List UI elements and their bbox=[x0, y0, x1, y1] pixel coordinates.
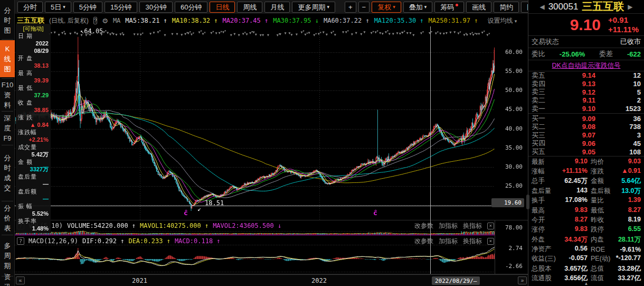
ex-rights-marker[interactable]: ĉ bbox=[373, 209, 377, 217]
stat-value: 9.83 bbox=[575, 206, 588, 215]
stat-row: 换手17.08%量比1.39 bbox=[532, 196, 641, 205]
stat-label: 涨幅 bbox=[532, 167, 545, 176]
chevron-down-icon: ▾ bbox=[327, 2, 329, 12]
panel-resize-handle[interactable] bbox=[526, 195, 529, 209]
pane-action-换指标[interactable]: 换指标 bbox=[463, 237, 482, 246]
trade-status-row: 交易状态 已收市 bbox=[528, 35, 644, 48]
zoom-in-button[interactable]: + bbox=[345, 2, 356, 13]
info-label: 振 幅 bbox=[18, 202, 49, 210]
period-label: 15分钟 bbox=[110, 2, 131, 12]
stat-value: 0.56 bbox=[575, 245, 588, 254]
tab-timeshare[interactable]: 分 时 图 bbox=[0, 2, 15, 38]
tab-depth-f9[interactable]: 深 度 F9 bbox=[0, 112, 15, 144]
dk-signal-link[interactable]: DK点自动提示涨跌信号 bbox=[528, 60, 644, 71]
chevron-down-icon: ▾ bbox=[63, 2, 65, 12]
vol-indicator-value: MAVOL1:40275.000 ↑ bbox=[140, 222, 209, 229]
zoom-out-button[interactable]: − bbox=[358, 2, 370, 13]
period-button-15分钟[interactable]: 15分钟 bbox=[105, 2, 137, 13]
ohlc-info-panel[interactable]: [可拖动]日 期2022 08/29开 盘38.13最 高39.39最 低37.… bbox=[16, 24, 51, 233]
max-price-annotation: ↖64.05 bbox=[80, 27, 103, 35]
weibi-value: -25.06% bbox=[560, 50, 585, 58]
pane-action-改参数[interactable]: 改参数 bbox=[414, 222, 433, 230]
tab-price-table[interactable]: 分 价 表 bbox=[0, 202, 15, 234]
sidebar-divider bbox=[2, 276, 13, 276]
price-axis-label: 40.00 bbox=[491, 125, 523, 132]
vol-indicator-value: VOLUME:54220.000 ↑ bbox=[67, 222, 136, 229]
stat-label: 量比 bbox=[591, 196, 604, 205]
book-quantity: 108 bbox=[595, 148, 641, 156]
book-quantity: 36 bbox=[595, 115, 641, 123]
stat-value: 8.19 bbox=[628, 216, 641, 225]
stat-label: 盘后额 bbox=[591, 187, 611, 196]
simple-mode-button[interactable]: 简约 bbox=[494, 2, 519, 13]
overlay-button[interactable]: 叠加▾ bbox=[403, 2, 433, 13]
info-label: 换手率 bbox=[18, 217, 49, 225]
period-button-月线[interactable]: 月线 bbox=[264, 2, 290, 13]
stat-label: 最低 bbox=[591, 206, 604, 215]
overlay-icon: 叠加 bbox=[409, 2, 423, 12]
sidebar-divider bbox=[2, 145, 13, 145]
stat-label: 跌停 bbox=[591, 225, 604, 234]
zoom-in-icon: + bbox=[348, 2, 353, 12]
tab-tick-trades[interactable]: 分 时 成 交 bbox=[0, 146, 15, 200]
period-label: 5分钟 bbox=[79, 2, 97, 12]
close-icon[interactable]: × bbox=[487, 223, 494, 229]
period-button-周线[interactable]: 周线 bbox=[237, 2, 262, 13]
book-quantity: 12 bbox=[595, 71, 641, 79]
price-block: 9.10 +0.91 +11.11% bbox=[528, 14, 644, 35]
info-label: 盘后额 bbox=[18, 188, 49, 195]
price-change: +0.91 bbox=[608, 15, 639, 25]
stat-row: 涨幅+11.11%涨跌▲0.91 bbox=[532, 167, 641, 176]
tab-news[interactable]: 资 讯 bbox=[0, 277, 15, 286]
stat-value: +11.11% bbox=[562, 167, 588, 176]
weibi-label: 委比 bbox=[532, 49, 545, 59]
stat-value: 17.08% bbox=[565, 196, 588, 205]
order-book-row: 买三9.073 bbox=[528, 131, 644, 140]
chip-distribution-button[interactable]: 筹码 bbox=[434, 2, 464, 13]
pane-action-加指标[interactable]: 加指标 bbox=[439, 237, 458, 246]
period-label: 60分钟 bbox=[181, 2, 202, 12]
info-label: 盘后量 bbox=[18, 173, 49, 180]
stat-label: 总值 bbox=[591, 264, 604, 273]
draw-line-button[interactable]: 画线 bbox=[466, 2, 491, 13]
stat-label: 收益(三) bbox=[532, 254, 556, 263]
next-stock-arrow[interactable]: ▶ bbox=[628, 3, 632, 11]
pane-action-换指标[interactable]: 换指标 bbox=[463, 222, 482, 230]
period-button-5分钟[interactable]: 5分钟 bbox=[73, 2, 102, 13]
ex-rights-marker[interactable]: ĉ bbox=[184, 209, 188, 217]
tab-kline[interactable]: K 线 图 bbox=[0, 40, 15, 77]
period-button-5日[interactable]: 5日▾ bbox=[45, 2, 71, 13]
stat-value: 5.64亿 bbox=[621, 177, 641, 186]
stat-value: ▲0.91 bbox=[621, 167, 641, 176]
prev-stock-arrow[interactable]: ◀ bbox=[539, 3, 544, 11]
period-button-60分钟[interactable]: 60分钟 bbox=[175, 2, 207, 13]
period-button-分时[interactable]: 分时 bbox=[17, 2, 43, 13]
sidebar-divider bbox=[2, 111, 13, 112]
crosshair-date-label: 2022/08/29/— bbox=[432, 276, 480, 285]
pane-action-加指标[interactable]: 加指标 bbox=[439, 222, 458, 230]
adjust-mode-button[interactable]: 复权▾ bbox=[372, 2, 401, 13]
panel-collapse-handle[interactable]: ▲ bbox=[584, 281, 589, 286]
stat-label: 总股本 bbox=[532, 264, 552, 273]
stat-label: 换手 bbox=[532, 196, 545, 205]
scroll-left-button[interactable]: « bbox=[16, 276, 25, 284]
stat-label: 盘后量 bbox=[532, 187, 552, 196]
stock-name: 三五互联 bbox=[582, 0, 624, 14]
tab-f10[interactable]: F10 资 料 bbox=[0, 79, 15, 110]
order-book-row: 卖四9.1310 bbox=[528, 80, 644, 88]
stat-value: -9.61% bbox=[620, 246, 641, 253]
book-price: 9.07 bbox=[550, 131, 595, 139]
pane-action-改参数[interactable]: 改参数 bbox=[414, 237, 433, 246]
kline-canvas[interactable] bbox=[15, 15, 528, 274]
period-button-30分钟[interactable]: 30分钟 bbox=[139, 2, 172, 13]
period-button-更多周期[interactable]: 更多周期▾ bbox=[292, 2, 335, 13]
info-value: — bbox=[18, 195, 49, 202]
info-value: — bbox=[18, 180, 49, 188]
scroll-right-button[interactable]: » bbox=[518, 276, 527, 284]
close-icon[interactable]: × bbox=[487, 238, 494, 245]
help-icon[interactable]: ? bbox=[17, 237, 24, 245]
tab-multi-period[interactable]: 多 周 期 bbox=[0, 236, 15, 275]
order-book-row: 卖二9.112 bbox=[528, 96, 644, 105]
macd-indicator-value: DEA:0.233 ↑ bbox=[128, 237, 170, 245]
period-button-日线[interactable]: 日线 bbox=[210, 2, 235, 13]
